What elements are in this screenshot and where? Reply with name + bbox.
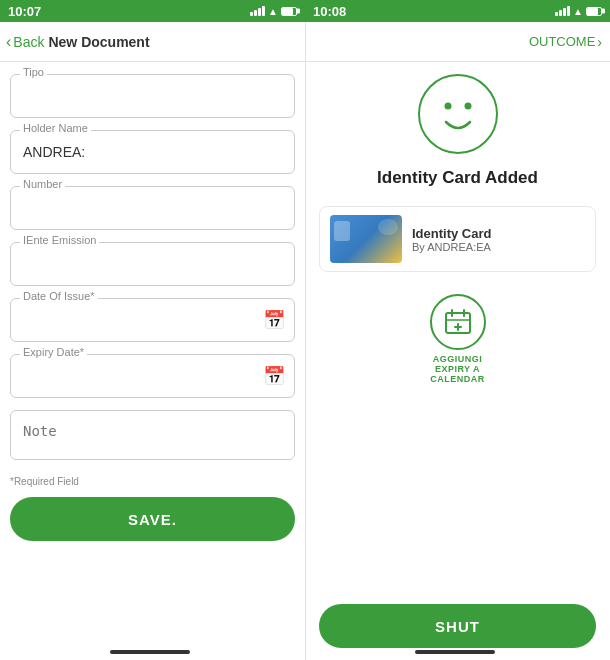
id-card-info: Identity Card By ANDREA:EA	[412, 226, 585, 253]
signal-icon	[250, 6, 265, 16]
tipo-input[interactable]	[10, 74, 295, 118]
holder-name-input[interactable]	[10, 130, 295, 174]
date-of-issue-input[interactable]	[10, 298, 295, 342]
nav-title: New Document	[48, 34, 149, 50]
number-label: Number	[20, 178, 65, 190]
battery-icon-right	[586, 7, 602, 16]
success-title: Identity Card Added	[377, 168, 538, 188]
ente-emission-label: IEnte Emission	[20, 234, 99, 246]
right-panel: Identity Card Added Identity Card By AND…	[305, 62, 610, 660]
date-of-issue-label: Date Of Issue*	[20, 290, 98, 302]
nav-left: ‹ Back New Document	[0, 33, 305, 51]
svg-point-1	[464, 103, 471, 110]
nav-right: OUTCOME ›	[305, 34, 610, 50]
expiry-date-wrapper: 📅	[10, 354, 295, 398]
holder-name-field-group: Holder Name	[10, 130, 295, 174]
svg-point-0	[444, 103, 451, 110]
note-input[interactable]	[10, 410, 295, 460]
number-field-group: Number	[10, 186, 295, 230]
chevron-right-icon: ›	[597, 34, 602, 50]
expiry-date-label: Expiry Date*	[20, 346, 87, 358]
save-button[interactable]: SAVE.	[10, 497, 295, 541]
back-label: Back	[13, 34, 44, 50]
ente-emission-field-group: IEnte Emission	[10, 242, 295, 286]
number-input[interactable]	[10, 186, 295, 230]
outcome-button[interactable]: OUTCOME ›	[529, 34, 602, 50]
wifi-icon: ▲	[268, 6, 278, 17]
date-of-issue-wrapper: 📅	[10, 298, 295, 342]
shut-button[interactable]: SHUT	[319, 604, 596, 648]
add-to-calendar-button[interactable]: AGGIUNGIEXPIRY ACALENDAR	[430, 294, 486, 384]
expiry-date-input[interactable]	[10, 354, 295, 398]
required-field-note: *Required Field	[10, 476, 295, 487]
id-card-by: By ANDREA:EA	[412, 241, 585, 253]
signal-icon-right	[555, 6, 570, 16]
left-panel: Tipo Holder Name Number IEnte Emission D…	[0, 62, 305, 660]
date-of-issue-field-group: Date Of Issue* 📅	[10, 298, 295, 342]
time-left: 10:07	[8, 4, 41, 19]
id-card-row: Identity Card By ANDREA:EA	[319, 206, 596, 272]
id-card-thumbnail	[330, 215, 402, 263]
ente-emission-input[interactable]	[10, 242, 295, 286]
time-right: 10:08	[313, 4, 346, 19]
outcome-label: OUTCOME	[529, 34, 595, 49]
calendar-circle-icon	[430, 294, 486, 350]
expiry-date-field-group: Expiry Date* 📅	[10, 354, 295, 398]
tipo-label: Tipo	[20, 66, 47, 78]
tipo-field-group: Tipo	[10, 74, 295, 118]
calendar-add-label: AGGIUNGIEXPIRY ACALENDAR	[430, 354, 485, 384]
battery-icon	[281, 7, 297, 16]
note-field-group	[10, 410, 295, 464]
id-card-name: Identity Card	[412, 226, 585, 241]
home-indicator-left	[110, 650, 190, 654]
smiley-svg	[428, 84, 488, 144]
success-icon	[418, 74, 498, 154]
home-indicator-right	[415, 650, 495, 654]
chevron-left-icon: ‹	[6, 33, 11, 51]
status-bar-right: 10:08 ▲	[305, 0, 610, 22]
status-bar-left: 10:07 ▲	[0, 0, 305, 22]
holder-name-label: Holder Name	[20, 122, 91, 134]
wifi-icon-right: ▲	[573, 6, 583, 17]
back-button[interactable]: ‹ Back	[6, 33, 44, 51]
calendar-svg	[444, 308, 472, 336]
